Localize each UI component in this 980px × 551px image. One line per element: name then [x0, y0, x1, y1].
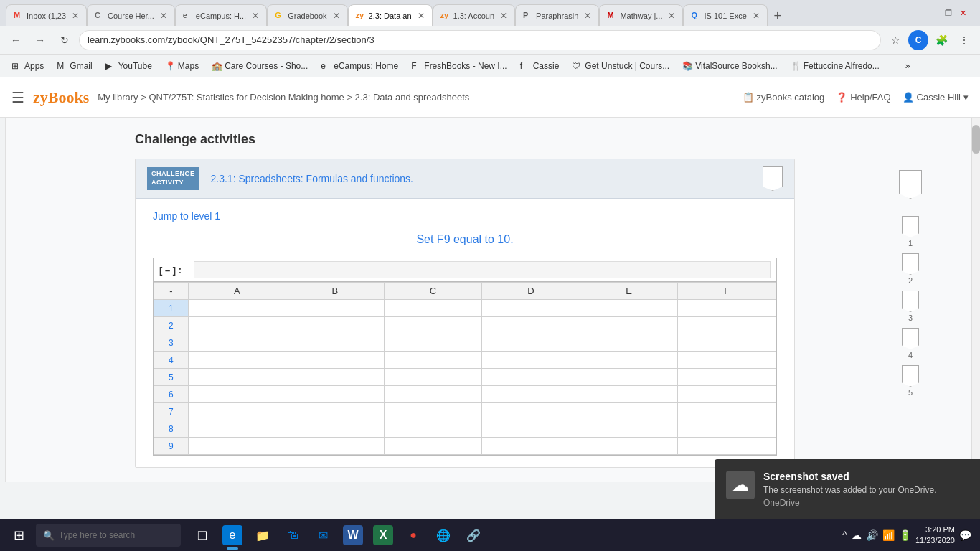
cell-E7[interactable]	[580, 403, 678, 420]
notification-icon[interactable]: 💬	[959, 529, 971, 541]
cell-E5[interactable]	[580, 369, 678, 386]
cell-E6[interactable]	[580, 386, 678, 403]
address-input[interactable]	[79, 30, 881, 50]
tab-ecampus[interactable]: eeCampus: H...✕	[175, 4, 267, 26]
bookmark-flag[interactable]	[763, 166, 783, 191]
bookmark-fettuccine[interactable]: 🍴Fettuccine Alfredo...	[785, 60, 885, 72]
refresh-button[interactable]: ↻	[55, 30, 75, 50]
cell-C4[interactable]	[384, 352, 482, 369]
row-num-5[interactable]: 5	[154, 369, 189, 386]
cell-E8[interactable]	[580, 420, 678, 438]
bookmark-cassie[interactable]: fCassie	[514, 60, 565, 72]
taskbar-browser2[interactable]: 🌐	[429, 519, 458, 551]
hamburger-menu[interactable]: ☰	[11, 89, 24, 106]
jump-to-level-link[interactable]: Jump to level 1	[153, 210, 777, 222]
cell-F1[interactable]	[678, 300, 776, 317]
cell-A5[interactable]	[188, 369, 286, 386]
cell-A3[interactable]	[188, 334, 286, 352]
system-tray-expand[interactable]: ^	[842, 529, 847, 541]
cell-A7[interactable]	[188, 403, 286, 420]
cell-B9[interactable]	[286, 438, 385, 455]
row-num-8[interactable]: 8	[154, 420, 189, 438]
row-num-3[interactable]: 3	[154, 334, 189, 352]
col-B[interactable]: B	[286, 283, 385, 300]
volume-icon[interactable]: 🔊	[866, 529, 878, 541]
cell-C9[interactable]	[384, 438, 482, 455]
cell-B3[interactable]	[286, 334, 385, 352]
cell-C5[interactable]	[384, 369, 482, 386]
cell-F3[interactable]	[678, 334, 776, 352]
tab-data[interactable]: zy2.3: Data an✕	[348, 4, 433, 26]
bookmark-freshbooks[interactable]: FFreshBooks - New I...	[405, 60, 512, 72]
cell-E3[interactable]	[580, 334, 678, 352]
col-A[interactable]: A	[188, 283, 286, 300]
cell-F4[interactable]	[678, 352, 776, 369]
formula-input[interactable]	[194, 261, 771, 278]
tab-para[interactable]: PParaphrasin✕	[515, 4, 599, 26]
taskbar-store[interactable]: 🛍	[278, 519, 307, 551]
row-num-6[interactable]: 6	[154, 386, 189, 403]
cell-C6[interactable]	[384, 386, 482, 403]
level-flag-5[interactable]: 5	[902, 365, 919, 397]
row-num-7[interactable]: 7	[154, 403, 189, 420]
taskbar-chrome[interactable]: ●	[399, 519, 428, 551]
cell-D5[interactable]	[482, 369, 580, 386]
cell-D3[interactable]	[482, 334, 580, 352]
bookmark-ecampus[interactable]: eeCampus: Home	[315, 60, 404, 72]
cell-D6[interactable]	[482, 386, 580, 403]
col-D[interactable]: D	[482, 283, 580, 300]
cell-F7[interactable]	[678, 403, 776, 420]
bookmark-unstuck[interactable]: 🛡Get Unstuck | Cours...	[566, 60, 675, 72]
cell-A9[interactable]	[188, 438, 286, 455]
row-num-4[interactable]: 4	[154, 352, 189, 369]
col-F[interactable]: F	[678, 283, 776, 300]
cell-F8[interactable]	[678, 420, 776, 438]
cell-E1[interactable]	[580, 300, 678, 317]
cell-F2[interactable]	[678, 317, 776, 334]
extensions-icon[interactable]: 🧩	[931, 30, 951, 50]
minimize-button[interactable]: —	[928, 7, 940, 19]
taskbar-network[interactable]: 🔗	[459, 519, 488, 551]
bookmark-gmail[interactable]: MGmail	[51, 60, 98, 72]
level-flag-3[interactable]: 3	[902, 291, 919, 322]
taskbar-word[interactable]: W	[339, 519, 367, 551]
cell-B5[interactable]	[286, 369, 385, 386]
col-C[interactable]: C	[384, 283, 482, 300]
bookmark-more[interactable]: »	[887, 60, 916, 72]
star-icon[interactable]: ☆	[885, 30, 905, 50]
level-flag-2[interactable]: 2	[902, 253, 919, 285]
cell-C7[interactable]	[384, 403, 482, 420]
cell-A8[interactable]	[188, 420, 286, 438]
back-button[interactable]: ←	[6, 30, 26, 50]
scrollbar-track[interactable]	[971, 118, 980, 482]
profile-avatar[interactable]: C	[908, 30, 928, 50]
tab-is101[interactable]: QIS 101 Exce✕	[683, 4, 767, 26]
cell-A1[interactable]	[188, 300, 286, 317]
bookmark-apps[interactable]: ⊞Apps	[6, 60, 50, 72]
menu-icon[interactable]: ⋮	[954, 30, 974, 50]
close-button[interactable]: ✕	[957, 7, 969, 19]
cell-A2[interactable]	[188, 317, 286, 334]
cell-D9[interactable]	[482, 438, 580, 455]
cell-D2[interactable]	[482, 317, 580, 334]
col-E[interactable]: E	[580, 283, 678, 300]
forward-button[interactable]: →	[30, 30, 50, 50]
cell-F6[interactable]	[678, 386, 776, 403]
row-num-9[interactable]: 9	[154, 438, 189, 455]
cell-F9[interactable]	[678, 438, 776, 455]
start-button[interactable]: ⊞	[3, 519, 34, 551]
cell-B1[interactable]	[286, 300, 385, 317]
taskbar-excel[interactable]: X	[369, 519, 397, 551]
cell-E4[interactable]	[580, 352, 678, 369]
search-input[interactable]	[59, 530, 174, 540]
taskbar-clock[interactable]: 3:20 PM 11/23/2020	[915, 524, 955, 547]
cell-B7[interactable]	[286, 403, 385, 420]
cell-C8[interactable]	[384, 420, 482, 438]
level-flag-1[interactable]: 1	[902, 216, 919, 248]
cell-B6[interactable]	[286, 386, 385, 403]
taskbar-mail[interactable]: ✉	[308, 519, 337, 551]
cell-E9[interactable]	[580, 438, 678, 455]
taskbar-edge[interactable]: e	[218, 519, 247, 551]
user-profile[interactable]: 👤 Cassie Hill ▾	[903, 92, 969, 103]
new-tab-button[interactable]: +	[768, 6, 788, 26]
